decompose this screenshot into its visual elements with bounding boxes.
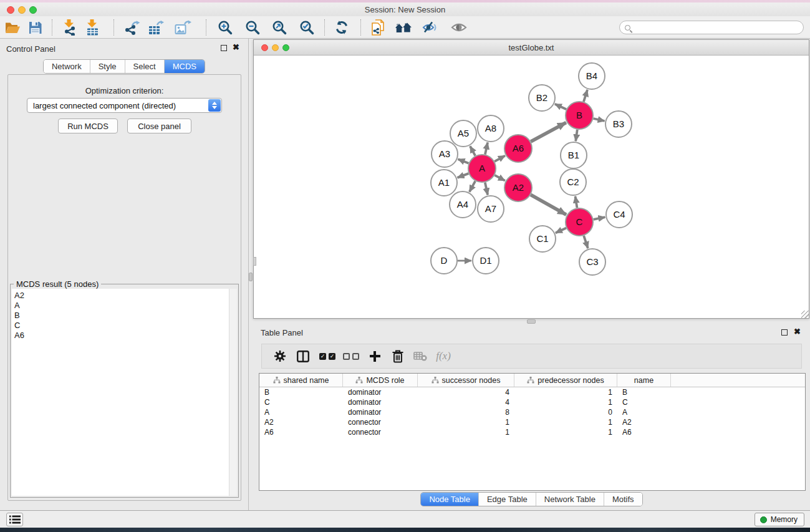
zoom-in-button[interactable] [215,17,236,37]
show-all-button[interactable] [393,17,414,37]
table-cell[interactable]: 1 [418,428,514,437]
mcds-result-item[interactable]: A [14,301,237,311]
table-cell[interactable]: dominator [343,388,418,397]
graph-edge-A-A7[interactable] [485,182,488,195]
graph-edge-B-B4[interactable] [584,90,587,102]
table-cell[interactable]: A2 [259,418,343,427]
show-hidden-button[interactable] [448,17,470,37]
table-row[interactable]: A2connector11A2 [259,417,805,427]
table-cell[interactable]: 4 [418,388,514,397]
function-builder-button[interactable]: f(x) [433,344,454,368]
table-cell[interactable]: 1 [418,418,514,427]
network-canvas[interactable]: AA1A3A5A8A4A7A6A2BB1B2B3B4CC1C2C3C4DD1 [254,56,809,318]
criterion-select[interactable]: largest connected component (directed) [27,98,222,113]
table-cell[interactable]: 8 [418,408,514,417]
vertical-splitter-grip[interactable] [249,273,253,281]
column-header-successor-nodes[interactable]: successor nodes [418,374,514,387]
table-cell[interactable]: C [617,398,671,407]
tab-motifs[interactable]: Motifs [604,493,642,506]
float-panel-icon[interactable] [221,45,227,51]
table-float-icon[interactable] [781,329,788,336]
table-cell[interactable]: A [617,408,671,417]
column-header-predecessor-nodes[interactable]: predecessor nodes [514,374,617,387]
table-cell[interactable]: dominator [343,408,418,417]
column-header-shared-name[interactable]: shared name [259,374,343,387]
table-cell[interactable]: 1 [514,428,617,437]
table-cell[interactable]: C [259,398,343,407]
mcds-result-item[interactable]: B [14,311,237,321]
open-session-button[interactable] [2,17,23,37]
save-session-button[interactable] [24,17,46,37]
mcds-result-item[interactable]: A6 [14,331,237,341]
create-column-button[interactable] [364,344,385,368]
export-network-button[interactable] [122,17,143,37]
column-header-name[interactable]: name [617,374,671,387]
graph-edge-A6-B[interactable] [531,122,566,142]
tab-network-table[interactable]: Network Table [536,493,604,506]
result-scrollbar[interactable] [229,289,237,496]
task-history-button[interactable] [6,513,23,526]
table-cell[interactable]: dominator [343,398,418,407]
import-table-button[interactable] [82,17,103,37]
column-header-MCDS-role[interactable]: MCDS role [343,374,418,387]
search-field[interactable] [619,21,804,34]
tab-mcds[interactable]: MCDS [164,60,205,73]
network-resize-grip[interactable] [801,311,809,318]
table-row[interactable]: Cdominator41C [259,397,805,407]
table-close-icon[interactable]: ✖ [794,327,801,336]
graph-edge-A-A8[interactable] [485,142,488,154]
show-column-button[interactable] [292,344,314,368]
graph-edge-C-C2[interactable] [576,196,577,208]
network-edge-grip[interactable] [253,257,256,266]
table-cell[interactable]: 1 [514,398,617,407]
delete-columns-button[interactable] [387,344,408,368]
horizontal-splitter-grip[interactable] [527,319,536,324]
table-row[interactable]: A6connector11A6 [259,427,805,437]
table-cell[interactable]: 1 [514,388,617,397]
run-mcds-button[interactable]: Run MCDS [58,118,118,133]
tab-select[interactable]: Select [125,60,164,73]
graph-edge-C-C1[interactable] [556,228,566,233]
graph-edge-C-C4[interactable] [594,217,605,220]
tab-network[interactable]: Network [44,60,90,73]
zoom-selected-button[interactable] [296,17,317,37]
tab-edge-table[interactable]: Edge Table [478,493,536,506]
table-cell[interactable]: 4 [418,398,514,407]
search-input[interactable] [634,23,803,32]
export-image-button[interactable] [172,17,193,37]
memory-button[interactable]: Memory [755,513,804,526]
table-cell[interactable]: A [259,408,343,417]
table-cell[interactable]: A6 [259,428,343,437]
table-cell[interactable]: A2 [617,418,671,427]
refresh-button[interactable] [331,17,352,37]
graph-edge-A-A4[interactable] [470,181,475,191]
table-cell[interactable]: A6 [617,428,671,437]
mcds-result-item[interactable]: C [14,321,237,331]
export-table-button[interactable] [145,17,166,37]
graph-edge-B-B2[interactable] [555,104,566,110]
tab-style[interactable]: Style [90,60,125,73]
import-network-button[interactable] [59,17,80,37]
table-cell[interactable]: 0 [514,408,617,417]
close-panel-icon[interactable]: ✖ [233,43,239,52]
unselect-all-columns-button[interactable] [340,344,362,368]
select-all-columns-button[interactable]: ✓ ✓ [317,344,338,368]
close-panel-button[interactable]: Close panel [127,118,191,133]
table-cell[interactable]: connector [343,428,418,437]
zoom-out-button[interactable] [242,17,263,37]
zoom-fit-button[interactable] [269,17,290,37]
tab-node-table[interactable]: Node Table [421,493,478,506]
graph-edge-B-B1[interactable] [576,130,577,141]
table-row[interactable]: Bdominator41B [259,387,805,397]
graph-edge-A-A6[interactable] [494,156,505,162]
graph-edge-A2-C[interactable] [531,195,566,215]
table-cell[interactable]: connector [343,418,418,427]
mcds-result-item[interactable]: A2 [14,291,237,301]
hide-selected-button[interactable] [420,17,441,37]
delete-table-button[interactable] [410,344,431,368]
graph-edge-B-B3[interactable] [593,118,604,121]
table-row[interactable]: Adominator80A [259,407,805,417]
table-cell[interactable]: B [617,388,671,397]
table-cell[interactable]: B [259,388,343,397]
graph-edge-A-A2[interactable] [494,175,505,181]
